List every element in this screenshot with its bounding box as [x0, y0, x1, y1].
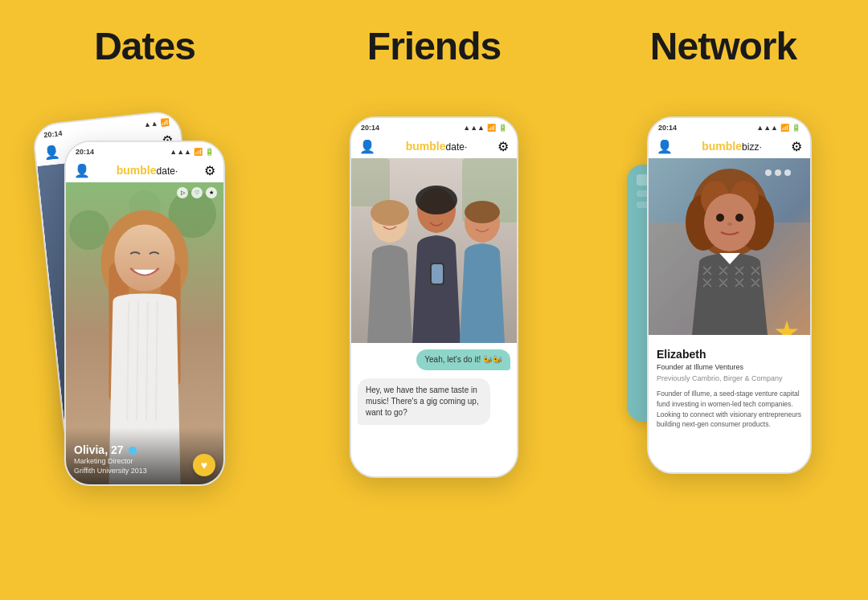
received-bubble: Hey, we have the same taste in music! Th… — [358, 378, 490, 425]
friends-section: Friends 20:14 ▲▲▲ 📶 🔋 👤 — [289, 0, 579, 600]
heart-button[interactable]: ♥ — [193, 454, 215, 476]
sent-bubble: Yeah, let's do it! 🐝🐝 — [416, 349, 510, 370]
elizabeth-photo-area — [649, 158, 810, 335]
network-section: Network 20:14 ▲▲▲ 📶 — [579, 0, 868, 600]
elizabeth-previously: Previously Cambrio, Birger & Company — [657, 373, 802, 385]
front-status-icons: ▲▲▲ 📶 🔋 — [170, 148, 214, 156]
back-person-icon: 👤 — [43, 145, 61, 161]
svg-point-16 — [114, 224, 174, 291]
front-profile-name: Olivia, 27 — [74, 443, 215, 456]
dates-section: Dates 20:14 ▲▲ 📶 👤 bumbledate· — [0, 0, 289, 600]
svg-point-49 — [765, 169, 772, 176]
front-action-icons: ▷ ♡ ★ — [177, 187, 217, 198]
elizabeth-title: Founder at Illume Ventures — [657, 362, 802, 373]
friends-title: Friends — [367, 24, 501, 68]
svg-point-29 — [371, 200, 409, 226]
network-app-header: 👤 bumblebizz· ⚙ — [649, 134, 810, 158]
friends-time: 20:14 — [361, 124, 379, 132]
friends-settings-icon: ⚙ — [497, 139, 509, 154]
back-status-icons: ▲▲ 📶 — [143, 118, 170, 129]
front-time: 20:14 — [76, 148, 94, 156]
network-settings-icon: ⚙ — [791, 139, 802, 154]
action-icon-2: ♡ — [191, 187, 203, 198]
dates-title: Dates — [94, 24, 195, 68]
network-person-icon: 👤 — [657, 139, 673, 154]
main-container: Dates 20:14 ▲▲ 📶 👤 bumbledate· — [0, 0, 868, 600]
elizabeth-info-area: Elizabeth Founder at Illume Ventures Pre… — [649, 335, 810, 472]
friends-phone-group: 20:14 ▲▲▲ 📶 🔋 👤 bumbledate· ⚙ — [346, 92, 522, 510]
network-phone-group: 20:14 ▲▲▲ 📶 🔋 👤 bumblebizz· ⚙ — [631, 92, 816, 510]
svg-point-48 — [775, 169, 781, 176]
network-time: 20:14 — [658, 124, 677, 132]
dates-phone-group: 20:14 ▲▲ 📶 👤 bumbledate· ⚙ — [56, 92, 233, 510]
back-time: 20:14 — [43, 129, 63, 139]
front-status-bar: 20:14 ▲▲▲ 📶 🔋 — [66, 142, 223, 158]
elizabeth-illustration — [649, 158, 810, 335]
friends-status-bar: 20:14 ▲▲▲ 📶 🔋 — [351, 118, 517, 134]
front-bumble-logo: bumbledate· — [117, 164, 178, 177]
svg-rect-28 — [432, 264, 443, 284]
svg-point-10 — [69, 210, 108, 250]
chat-messages: Yeah, let's do it! 🐝🐝 Hey, we have the s… — [351, 343, 517, 431]
network-status-icons: ▲▲▲ 📶 🔋 — [756, 124, 800, 132]
front-settings-icon: ⚙ — [204, 163, 215, 178]
elizabeth-name: Elizabeth — [657, 348, 802, 361]
svg-rect-23 — [351, 158, 390, 206]
network-status-bar: 20:14 ▲▲▲ 📶 🔋 — [649, 118, 810, 134]
friends-illustration — [351, 158, 517, 343]
friends-status-icons: ▲▲▲ 📶 🔋 — [463, 124, 507, 132]
friends-photo-area — [351, 158, 517, 343]
friends-phone: 20:14 ▲▲▲ 📶 🔋 👤 bumbledate· ⚙ — [350, 116, 518, 478]
svg-point-44 — [716, 214, 724, 222]
dates-front-phone: 20:14 ▲▲▲ 📶 🔋 👤 bumbledate· ⚙ — [64, 141, 225, 486]
svg-point-31 — [465, 201, 500, 223]
action-icon-1: ▷ — [177, 187, 188, 198]
front-profile-area: ▷ ♡ ★ Olivia, 27 Marketing Director Grif… — [66, 182, 223, 484]
network-title: Network — [650, 24, 796, 68]
front-verified-badge — [129, 447, 137, 455]
elizabeth-bio: Founder of Illume, a seed-stage venture … — [657, 389, 802, 430]
front-name-overlay: Olivia, 27 Marketing Director Griffith U… — [66, 427, 223, 484]
svg-point-30 — [416, 186, 457, 214]
front-app-header: 👤 bumbledate· ⚙ — [66, 158, 223, 182]
network-front-phone: 20:14 ▲▲▲ 📶 🔋 👤 bumblebizz· ⚙ — [647, 116, 812, 474]
network-bumble-logo: bumblebizz· — [702, 140, 761, 153]
friends-bumble-logo: bumbledate· — [406, 140, 467, 153]
friends-app-header: 👤 bumbledate· ⚙ — [351, 134, 517, 158]
front-person-icon: 👤 — [74, 163, 90, 178]
svg-point-47 — [784, 169, 791, 176]
friends-person-icon: 👤 — [359, 139, 375, 154]
svg-point-46 — [727, 222, 732, 226]
sent-message-wrapper: Yeah, let's do it! 🐝🐝 — [351, 346, 517, 373]
action-icon-3: ★ — [206, 187, 217, 198]
svg-point-45 — [735, 214, 743, 222]
